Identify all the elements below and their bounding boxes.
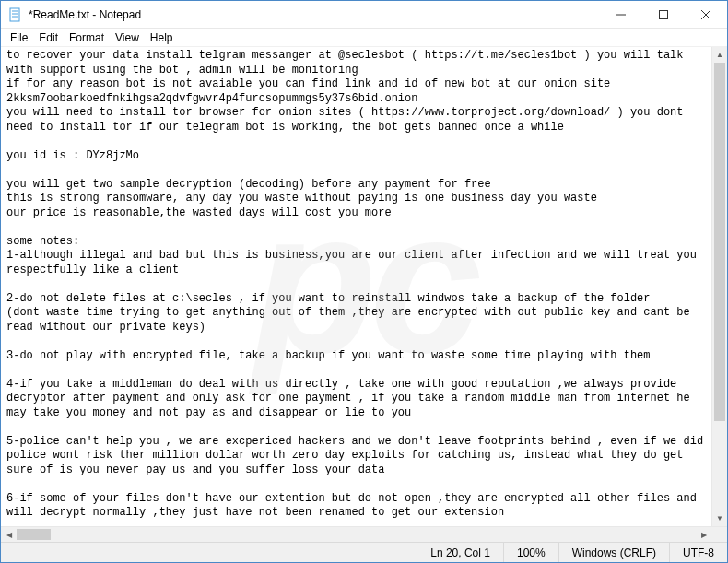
menu-help[interactable]: Help (145, 30, 179, 45)
minimize-button[interactable] (600, 1, 642, 28)
svg-rect-0 (10, 8, 19, 21)
menu-file[interactable]: File (5, 30, 33, 45)
menu-view[interactable]: View (110, 30, 145, 45)
window-controls (600, 1, 727, 28)
vscroll-thumb[interactable] (714, 63, 725, 421)
menu-format[interactable]: Format (64, 30, 110, 45)
editor-area: to recover your data install telgram mes… (1, 47, 727, 526)
menubar: File Edit Format View Help (1, 29, 727, 47)
status-zoom: 100% (503, 543, 558, 562)
status-line-ending: Windows (CRLF) (558, 543, 669, 562)
close-button[interactable] (685, 1, 727, 28)
scroll-left-icon[interactable]: ◀ (1, 527, 17, 542)
vertical-scrollbar[interactable]: ▲ ▼ (711, 47, 727, 526)
scroll-corner (711, 527, 727, 543)
notepad-window: *ReadMe.txt - Notepad File Edit Format V… (0, 0, 728, 563)
hscroll-track[interactable] (17, 527, 696, 542)
scroll-up-icon[interactable]: ▲ (712, 47, 727, 63)
hscroll-row: ◀ ▶ (1, 526, 727, 542)
svg-rect-5 (660, 10, 668, 18)
titlebar[interactable]: *ReadMe.txt - Notepad (1, 1, 727, 29)
window-title: *ReadMe.txt - Notepad (29, 8, 600, 21)
horizontal-scrollbar[interactable]: ◀ ▶ (1, 527, 711, 542)
vscroll-track[interactable] (712, 63, 727, 510)
status-encoding: UTF-8 (669, 543, 727, 562)
notepad-icon (8, 7, 23, 22)
hscroll-thumb[interactable] (17, 529, 51, 540)
scroll-down-icon[interactable]: ▼ (712, 510, 727, 526)
statusbar: Ln 20, Col 1 100% Windows (CRLF) UTF-8 (1, 542, 727, 562)
scroll-right-icon[interactable]: ▶ (696, 527, 711, 542)
maximize-button[interactable] (642, 1, 685, 28)
status-position: Ln 20, Col 1 (417, 543, 503, 562)
text-editor[interactable]: to recover your data install telgram mes… (1, 47, 711, 526)
menu-edit[interactable]: Edit (33, 30, 64, 45)
